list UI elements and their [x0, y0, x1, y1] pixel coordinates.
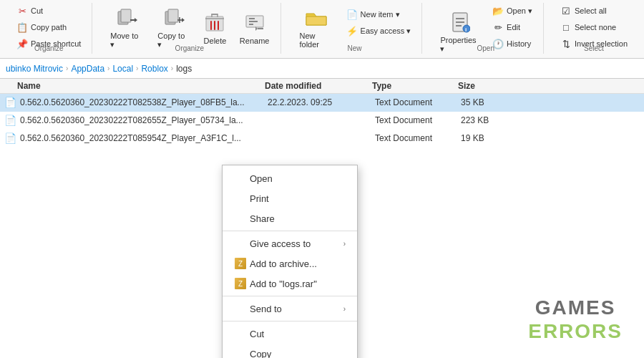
ctx-open[interactable]: Open [223, 168, 357, 188]
file-icon-2: 📄 [3, 113, 17, 127]
ctx-share-label: Share [250, 213, 346, 224]
rename-button[interactable]: Rename [234, 8, 275, 49]
select-none-icon: □ [560, 21, 572, 33]
new-buttons: New folder 📄 New item ▾ ⚡ Easy access ▾ [293, 3, 416, 62]
ribbon-group-select: ☑ Select all □ Select none ⇅ Invert sele… [550, 3, 638, 54]
ribbon-group-new: New folder 📄 New item ▾ ⚡ Easy access ▾ … [287, 3, 422, 54]
watermark-line1: GAMES [528, 296, 623, 320]
ctx-add-logs-rar-label: Add to "logs.rar" [250, 279, 346, 289]
rename-icon [243, 11, 266, 34]
breadcrumb-sep-4: › [171, 64, 173, 72]
breadcrumb-roblox[interactable]: Roblox [141, 64, 167, 74]
organize2-group-label: Organize [98, 44, 280, 52]
file-type-2: Text Document [375, 115, 461, 125]
clipboard-group-label: Organize [6, 44, 92, 52]
ctx-add-logs-rar[interactable]: Z Add to "logs.rar" [223, 274, 357, 294]
move-to-icon [115, 6, 138, 29]
ctx-sep-3 [223, 321, 357, 321]
file-list-header: Name Date modified Type Size [0, 79, 644, 94]
svg-rect-5 [168, 9, 178, 22]
copy-path-label: Copy path [31, 23, 67, 32]
file-row-1[interactable]: 📄 0.562.0.5620360_20230222T082538Z_Playe… [0, 94, 644, 112]
ctx-add-archive-label: Add to archive... [250, 258, 346, 269]
open-btn[interactable]: 📂 Open ▾ [487, 3, 537, 19]
ctx-print-label: Print [250, 193, 346, 204]
svg-rect-1 [121, 9, 131, 22]
ctx-send-to-icon [234, 302, 247, 315]
ctx-zip-icon-2: Z [234, 277, 247, 290]
ctx-send-to-arrow: › [343, 305, 346, 313]
ctx-give-access-label: Give access to [250, 238, 343, 249]
cut-label: Cut [31, 6, 43, 15]
breadcrumb-sep-2: › [107, 64, 109, 72]
file-name-2: 0.562.0.5620360_20230222T082655Z_Player_… [20, 115, 268, 125]
column-header-type[interactable]: Type [372, 81, 458, 91]
file-row-2[interactable]: 📄 0.562.0.5620360_20230222T082655Z_Playe… [0, 112, 644, 130]
select-none-button[interactable]: □ Select none [555, 19, 633, 35]
new-group-label: New [287, 44, 421, 52]
new-item-icon: 📄 [346, 9, 358, 20]
open-buttons: i Properties ▾ 📂 Open ▾ ✏ Edit 🕐 History [434, 3, 537, 72]
file-list: Name Date modified Type Size 📄 0.562.0.5… [0, 79, 644, 358]
copy-to-icon [162, 6, 185, 29]
cut-icon: ✂ [16, 5, 28, 16]
ctx-share[interactable]: Share [223, 208, 357, 228]
file-type-3: Text Document [375, 133, 461, 143]
ctx-send-to[interactable]: Send to › [223, 299, 357, 319]
ctx-print[interactable]: Print [223, 188, 357, 208]
ctx-send-to-label: Send to [250, 304, 343, 314]
new-item-button[interactable]: 📄 New item ▾ [341, 6, 416, 22]
file-icon-1: 📄 [3, 95, 17, 110]
new-folder-icon [305, 6, 328, 29]
clipboard-small-buttons: ✂ Cut 📋 Copy path 📌 Paste shortcut [11, 3, 86, 62]
ctx-copy[interactable]: Copy [223, 344, 357, 358]
select-all-label: Select all [575, 6, 607, 15]
column-header-size[interactable]: Size [458, 81, 515, 91]
copy-path-button[interactable]: 📋 Copy path [11, 19, 86, 35]
file-size-3: 19 KB [461, 133, 518, 143]
file-row-3[interactable]: 📄 0.562.0.5620360_20230222T085954Z_Playe… [0, 130, 644, 147]
ctx-cut-icon [234, 327, 247, 340]
easy-access-icon: ⚡ [346, 25, 358, 37]
ctx-cut-label: Cut [250, 329, 346, 339]
select-all-icon: ☑ [560, 5, 572, 16]
ctx-give-access-arrow: › [343, 240, 346, 248]
select-small-buttons: ☑ Select all □ Select none ⇅ Invert sele… [555, 3, 633, 62]
ribbon: ✂ Cut 📋 Copy path 📌 Paste shortcut Organ… [0, 0, 644, 59]
delete-icon [203, 11, 226, 34]
column-header-name[interactable]: Name [0, 81, 265, 91]
edit-label: Edit [507, 23, 520, 32]
file-size-1: 35 KB [461, 97, 518, 107]
ctx-copy-icon [234, 347, 247, 358]
select-all-button[interactable]: ☑ Select all [555, 3, 633, 19]
column-header-date[interactable]: Date modified [265, 81, 372, 91]
properties-icon: i [449, 11, 472, 34]
file-size-2: 223 KB [461, 115, 518, 125]
breadcrumb-local[interactable]: Local [112, 64, 133, 74]
cut-button[interactable]: ✂ Cut [11, 3, 86, 19]
copy-path-icon: 📋 [16, 21, 28, 33]
open-label: Open ▾ [507, 6, 532, 16]
select-none-label: Select none [575, 23, 616, 32]
ctx-add-archive[interactable]: Z Add to archive... [223, 253, 357, 274]
ribbon-group-clipboard: ✂ Cut 📋 Copy path 📌 Paste shortcut Organ… [6, 3, 92, 54]
ctx-sep-1 [223, 231, 357, 231]
watermark-line2: ERRORS [528, 319, 623, 344]
ctx-cut[interactable]: Cut [223, 324, 357, 344]
file-date-1: 22.2.2023. 09:25 [268, 97, 375, 107]
easy-access-button[interactable]: ⚡ Easy access ▾ [341, 23, 416, 39]
open-icon: 📂 [492, 5, 504, 16]
ctx-sep-2 [223, 296, 357, 296]
svg-text:i: i [465, 26, 467, 33]
edit-button[interactable]: ✏ Edit [487, 19, 537, 35]
file-type-1: Text Document [375, 97, 461, 107]
delete-button[interactable]: Delete [197, 8, 233, 49]
breadcrumb-sep-3: › [136, 64, 138, 72]
ctx-give-access[interactable]: Give access to › [223, 233, 357, 253]
select-buttons: ☑ Select all □ Select none ⇅ Invert sele… [555, 3, 633, 72]
ctx-open-label: Open [250, 173, 346, 184]
new-small-buttons: 📄 New item ▾ ⚡ Easy access ▾ [341, 6, 416, 49]
rename-label: Rename [240, 37, 270, 45]
open-group-label: Open [428, 44, 543, 52]
ctx-give-access-icon [234, 237, 247, 250]
